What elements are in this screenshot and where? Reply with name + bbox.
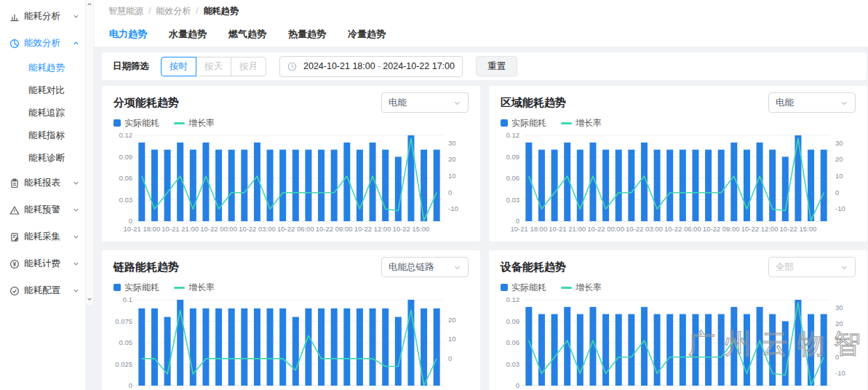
svg-text:0.12: 0.12 xyxy=(506,131,520,139)
scroll-up-icon[interactable] xyxy=(87,1,92,9)
reset-button[interactable]: 重置 xyxy=(476,56,517,76)
tab-gas-trend[interactable]: 燃气趋势 xyxy=(228,28,266,41)
chart-title: 区域能耗趋势 xyxy=(501,96,566,110)
chevron-down-icon xyxy=(73,13,79,20)
chevron-down-icon xyxy=(73,207,79,213)
tab-water-trend[interactable]: 水量趋势 xyxy=(169,28,207,41)
chart-card-region-energy: 区域能耗趋势 电能 实际能耗 增长率 00.030.060.090.12-100… xyxy=(489,86,867,242)
legend-growth-rate[interactable]: 增长率 xyxy=(561,117,602,130)
sidebar-item-label: 能耗预警 xyxy=(24,204,60,216)
tab-heat-trend[interactable]: 热量趋势 xyxy=(288,28,326,41)
breadcrumb-item[interactable]: 能效分析 xyxy=(156,5,191,17)
legend-actual-energy[interactable]: 实际能耗 xyxy=(501,282,546,294)
date-range-separator: - xyxy=(375,61,383,71)
svg-text:20: 20 xyxy=(835,319,843,327)
mode-by-month-button[interactable]: 按月 xyxy=(231,57,266,76)
sidebar-item-energy-collection[interactable]: 能耗采集 xyxy=(0,223,85,250)
legend-line-swatch xyxy=(174,122,185,124)
report-icon xyxy=(9,178,20,188)
svg-text:0.075: 0.075 xyxy=(115,317,132,325)
legend-actual-energy[interactable]: 实际能耗 xyxy=(114,117,159,130)
legend-actual-energy[interactable]: 实际能耗 xyxy=(501,117,546,130)
svg-text:10-22 09:00: 10-22 09:00 xyxy=(316,225,353,233)
svg-text:-10: -10 xyxy=(448,204,458,212)
legend-actual-energy[interactable]: 实际能耗 xyxy=(114,282,159,294)
svg-text:0: 0 xyxy=(516,217,519,225)
chart-title: 链路能耗趋势 xyxy=(114,260,179,274)
date-filter-label: 日期筛选 xyxy=(113,60,149,73)
svg-text:0.06: 0.06 xyxy=(119,174,133,182)
svg-text:0.09: 0.09 xyxy=(119,153,133,161)
config-icon xyxy=(9,286,20,296)
svg-text:0: 0 xyxy=(448,188,452,196)
svg-text:30: 30 xyxy=(448,139,456,147)
svg-text:20: 20 xyxy=(448,155,456,163)
sidebar-item-energy-report[interactable]: 能耗报表 xyxy=(0,170,85,196)
mode-by-hour-button[interactable]: 按时 xyxy=(161,57,196,76)
legend-bar-swatch xyxy=(501,119,508,127)
legend-label: 实际能耗 xyxy=(124,117,159,130)
breadcrumb-item[interactable]: 智慧能源 xyxy=(108,5,143,17)
breadcrumb-current: 能耗趋势 xyxy=(204,5,239,17)
link-select[interactable]: 电能总链路 xyxy=(381,257,469,277)
sidebar-subitem-energy-diagnosis[interactable]: 能耗诊断 xyxy=(0,147,85,170)
svg-text:0: 0 xyxy=(835,188,839,196)
sidebar-item-energy-warning[interactable]: 能耗预警 xyxy=(0,196,85,223)
svg-text:10-22 12:00: 10-22 12:00 xyxy=(741,225,779,233)
svg-text:0: 0 xyxy=(516,381,519,389)
svg-text:30: 30 xyxy=(835,139,843,147)
scroll-down-icon[interactable] xyxy=(87,296,92,303)
svg-text:10-22 06:00: 10-22 06:00 xyxy=(277,225,314,233)
legend-label: 增长率 xyxy=(188,117,215,130)
energy-type-select[interactable]: 电能 xyxy=(381,92,469,113)
svg-text:10-21 21:00: 10-21 21:00 xyxy=(162,225,199,233)
chart-title: 分项能耗趋势 xyxy=(114,96,179,110)
svg-text:10: 10 xyxy=(835,172,843,180)
energy-type-select[interactable]: 电能 xyxy=(768,92,856,113)
legend-growth-rate[interactable]: 增长率 xyxy=(174,117,215,130)
sidebar: 能耗分析 能效分析 能耗趋势 能耗对比 能耗追踪 能耗指标 能耗诊断 能耗报表 … xyxy=(0,0,85,390)
breadcrumb: 智慧能源 / 能效分析 / 能耗趋势 xyxy=(94,0,868,22)
date-end-value: 2024-10-22 17:00 xyxy=(383,61,455,71)
date-start-value: 2024-10-21 18:00 xyxy=(303,61,375,71)
collect-icon xyxy=(9,232,20,242)
sidebar-subitem-energy-trace[interactable]: 能耗追踪 xyxy=(0,102,85,124)
date-range-input[interactable]: 2024-10-21 18:00 - 2024-10-22 17:00 xyxy=(279,56,463,77)
svg-text:0.09: 0.09 xyxy=(506,153,520,161)
svg-text:-10: -10 xyxy=(835,204,845,212)
mode-by-day-button[interactable]: 按天 xyxy=(196,57,231,76)
legend-growth-rate[interactable]: 增长率 xyxy=(174,282,215,294)
sidebar-item-energy-analysis[interactable]: 能耗分析 xyxy=(0,3,85,30)
tab-electricity-trend[interactable]: 电力趋势 xyxy=(109,28,147,41)
svg-text:0: 0 xyxy=(129,381,132,389)
chart-title: 设备能耗趋势 xyxy=(501,260,566,274)
svg-text:0: 0 xyxy=(448,354,452,362)
date-mode-group: 按时 按天 按月 xyxy=(161,57,266,76)
sidebar-subitem-energy-trend[interactable]: 能耗趋势 xyxy=(0,57,85,79)
svg-text:10: 10 xyxy=(448,335,456,343)
svg-text:20: 20 xyxy=(835,155,843,163)
svg-text:20: 20 xyxy=(448,316,456,324)
legend-growth-rate[interactable]: 增长率 xyxy=(561,282,602,294)
breadcrumb-separator: / xyxy=(148,6,151,16)
charts-grid: 分项能耗趋势 电能 实际能耗 增长率 00.030.060.090.12-100… xyxy=(102,86,867,390)
clock-icon xyxy=(287,62,297,71)
sidebar-item-efficiency-analysis[interactable]: 能效分析 xyxy=(0,30,85,57)
sidebar-item-energy-billing[interactable]: 能耗计费 xyxy=(0,250,85,277)
svg-text:10-21 21:00: 10-21 21:00 xyxy=(549,225,586,233)
sidebar-item-energy-config[interactable]: 能耗配置 xyxy=(0,277,85,304)
svg-text:0.03: 0.03 xyxy=(506,196,520,204)
legend-label: 增长率 xyxy=(576,117,602,130)
warning-icon xyxy=(9,205,20,215)
sidebar-subitem-energy-compare[interactable]: 能耗对比 xyxy=(0,79,85,102)
svg-text:-10: -10 xyxy=(835,369,845,377)
sidebar-scrollbar[interactable] xyxy=(85,0,94,305)
chart-card-link-energy: 链路能耗趋势 电能总链路 实际能耗 增长率 00.0250.050.0750.1… xyxy=(102,250,480,390)
chevron-down-icon xyxy=(840,99,848,107)
sidebar-subitem-energy-indicator[interactable]: 能耗指标 xyxy=(0,124,85,147)
tab-cooling-trend[interactable]: 冷量趋势 xyxy=(348,28,386,41)
device-select[interactable]: 全部 xyxy=(768,257,856,277)
legend-line-swatch xyxy=(561,287,572,289)
legend-bar-swatch xyxy=(114,284,121,291)
svg-text:10: 10 xyxy=(835,336,843,344)
